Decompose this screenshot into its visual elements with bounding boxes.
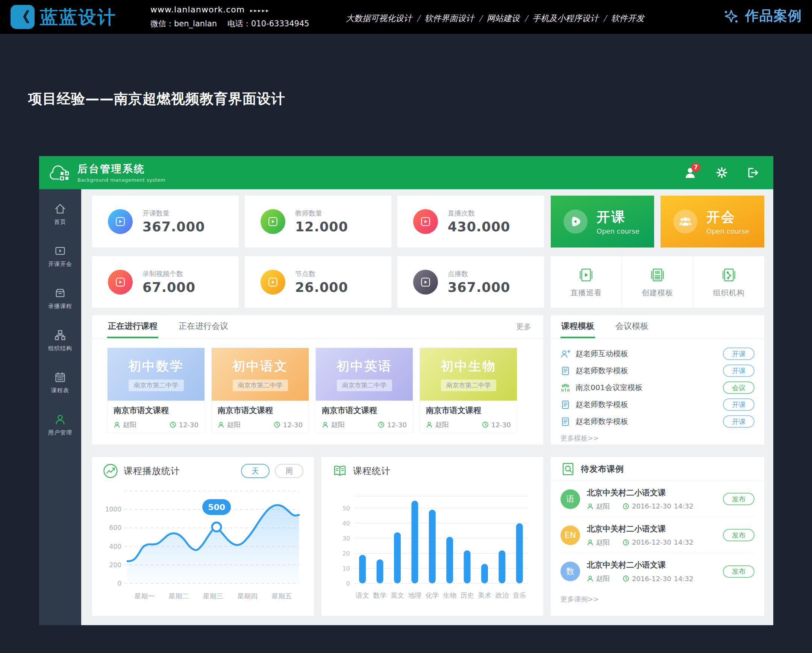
pending-lesson-row: 语 北京中关村二小语文课 赵阳 2016-12-3014:32 发布 bbox=[560, 481, 754, 517]
sidebar: 首页 开课开会 录播课程 组织结构 课程表 bbox=[39, 189, 81, 625]
svg-text:400: 400 bbox=[109, 543, 121, 550]
course-card-english[interactable]: 初中英语 南京市第二中学 南京市语文课程 赵阳 12-30 bbox=[315, 347, 413, 433]
pending-lesson-row: EN 北京中关村二小语文课 赵阳 2016-12-3014:32 发布 bbox=[560, 517, 754, 553]
publish-pill-button[interactable]: 发布 bbox=[723, 529, 754, 541]
create-template-action[interactable]: 创建模板 bbox=[622, 256, 693, 308]
svg-text:500: 500 bbox=[208, 503, 225, 512]
lanlan-logo-icon: 《 bbox=[11, 5, 35, 29]
template-row: 赵老师互动模板 开课 bbox=[560, 345, 754, 362]
person-icon bbox=[113, 421, 120, 428]
svg-text:星期一: 星期一 bbox=[134, 592, 155, 600]
sidebar-item-home[interactable]: 首页 bbox=[39, 197, 81, 240]
org-node-icon bbox=[720, 266, 738, 284]
start-class-pill-button[interactable]: 开课 bbox=[723, 347, 754, 360]
sidebar-item-user-management[interactable]: 用户管理 bbox=[39, 408, 81, 450]
start-class-pill-button[interactable]: 开课 bbox=[723, 398, 754, 411]
video-icon bbox=[54, 245, 66, 257]
archive-icon bbox=[54, 287, 66, 299]
meeting-pill-button[interactable]: 会议 bbox=[723, 381, 754, 394]
site-contacts: 微信：ben_lanlan电话：010-63334945 bbox=[150, 18, 320, 29]
course-card-chinese[interactable]: 初中语文 南京市第二中学 南京市语文课程 赵阳 12-30 bbox=[211, 347, 309, 433]
ongoing-courses-panel: 正在进行课程 正在进行会议 更多 初中数学 南京市第二中学 南京市语文课程 赵阳… bbox=[92, 315, 543, 445]
people-icon bbox=[673, 210, 698, 234]
user-notifications-icon[interactable]: 7 bbox=[684, 165, 698, 180]
notification-badge: 7 bbox=[691, 163, 701, 172]
play-circle-icon bbox=[108, 209, 133, 234]
template-row: 赵老师数学模板 开课 bbox=[560, 362, 754, 379]
svg-text:英文: 英文 bbox=[391, 591, 404, 599]
more-templates-link[interactable]: 更多模板>> bbox=[560, 434, 764, 443]
stat-card-teachers: 教师数量12.000 bbox=[245, 196, 391, 248]
tab-course-templates[interactable]: 课程模板 bbox=[560, 315, 595, 338]
person-icon bbox=[322, 421, 328, 428]
home-icon bbox=[54, 203, 66, 215]
lanlan-logo-text: 蓝蓝设计 bbox=[40, 5, 116, 29]
pending-lesson-row: 数 北京中关村二小语文课 赵阳 2016-12-3014:32 发布 bbox=[560, 553, 754, 589]
publish-pill-button[interactable]: 发布 bbox=[723, 493, 754, 505]
start-class-pill-button[interactable]: 开课 bbox=[723, 415, 754, 428]
nav-item-software-ui[interactable]: 软件界面设计 bbox=[424, 14, 474, 23]
svg-text:0: 0 bbox=[346, 580, 350, 587]
logout-icon[interactable] bbox=[745, 165, 760, 180]
play-circle-icon bbox=[413, 270, 438, 295]
nav-item-mobile[interactable]: 手机及小程序设计 bbox=[532, 14, 598, 23]
meeting-people-icon bbox=[560, 383, 570, 393]
nav-item-dev[interactable]: 软件开发 bbox=[611, 14, 644, 23]
dashboard-main: 开课数量367.000 教师数量12.000 直播次数430.000 开课Ope… bbox=[81, 189, 773, 625]
calendar-icon bbox=[54, 371, 66, 383]
tab-ongoing-meetings[interactable]: 正在进行会议 bbox=[178, 315, 229, 338]
more-courses-link[interactable]: 更多 bbox=[516, 315, 531, 338]
sitemap-icon bbox=[54, 329, 66, 341]
svg-text:星期四: 星期四 bbox=[237, 592, 258, 600]
site-nav: 大数据可视化设计/软件界面设计/网站建设/手机及小程序设计/软件开发 bbox=[346, 13, 644, 24]
svg-text:50: 50 bbox=[342, 505, 350, 512]
sidebar-item-open-class[interactable]: 开课开会 bbox=[39, 240, 81, 282]
toggle-day-button[interactable]: 天 bbox=[241, 464, 270, 478]
sidebar-item-org-structure[interactable]: 组织结构 bbox=[39, 324, 81, 366]
school-badge: 南京市第二中学 bbox=[233, 379, 288, 391]
trend-circle-icon bbox=[102, 463, 118, 479]
svg-text:星期五: 星期五 bbox=[272, 592, 292, 600]
nav-item-bigdata[interactable]: 大数据可视化设计 bbox=[346, 14, 412, 23]
svg-text:历史: 历史 bbox=[461, 591, 474, 599]
play-circle-icon bbox=[261, 270, 285, 295]
open-meeting-button[interactable]: 开会Open course bbox=[661, 196, 764, 248]
cloud-logo-icon bbox=[49, 162, 72, 183]
settings-gear-icon[interactable] bbox=[714, 165, 729, 180]
nav-item-website[interactable]: 网站建设 bbox=[487, 14, 520, 23]
start-class-pill-button[interactable]: 开课 bbox=[723, 364, 754, 377]
live-patrol-action[interactable]: 直播巡看 bbox=[551, 256, 622, 308]
svg-text:600: 600 bbox=[109, 524, 121, 532]
play-circle-icon bbox=[413, 209, 438, 234]
stat-card-vod-plays: 点播数367.000 bbox=[397, 256, 544, 308]
toggle-week-button[interactable]: 周 bbox=[275, 464, 304, 478]
stat-card-open-classes: 开课数量367.000 bbox=[92, 196, 239, 248]
tab-meeting-templates[interactable]: 会议模板 bbox=[615, 315, 649, 338]
play-circle-icon bbox=[261, 209, 285, 234]
tab-ongoing-courses[interactable]: 正在进行课程 bbox=[107, 315, 158, 338]
open-course-button[interactable]: 开课Open course bbox=[551, 196, 654, 248]
course-card-math[interactable]: 初中数学 南京市第二中学 南京市语文课程 赵阳 12-30 bbox=[107, 347, 205, 433]
pending-lessons-panel: 待发布课例 语 北京中关村二小语文课 赵阳 2016-12-3014:32 发布… bbox=[551, 457, 764, 616]
svg-text:30: 30 bbox=[342, 535, 350, 542]
person-icon bbox=[218, 421, 224, 428]
quick-actions-card: 直播巡看 创建模板 组织机构 bbox=[551, 256, 764, 308]
svg-text:政治: 政治 bbox=[495, 591, 508, 599]
svg-text:星期三: 星期三 bbox=[203, 592, 223, 600]
play-circle-icon bbox=[108, 270, 133, 295]
portfolio-cases-link[interactable]: 作品案例 bbox=[722, 7, 802, 25]
organization-action[interactable]: 组织机构 bbox=[693, 256, 764, 308]
dashboard-screenshot: 后台管理系统 Background management system 7 bbox=[39, 156, 773, 625]
clock-icon bbox=[378, 421, 385, 428]
publish-pill-button[interactable]: 发布 bbox=[723, 565, 754, 578]
template-row: 南京001会议室模板 会议 bbox=[560, 379, 754, 396]
templates-panel: 课程模板 会议模板 赵老师互动模板 开课 赵老师数学模板 开课 南京001会议室… bbox=[551, 315, 764, 445]
stat-card-nodes: 节点数26.000 bbox=[245, 256, 391, 308]
more-lessons-link[interactable]: 更多课例>> bbox=[560, 595, 764, 604]
course-card-biology[interactable]: 初中生物 南京市第二中学 南京市语文课程 赵阳 12-30 bbox=[420, 347, 517, 433]
clock-icon bbox=[482, 421, 489, 428]
svg-text:10: 10 bbox=[342, 565, 350, 572]
sidebar-item-schedule[interactable]: 课程表 bbox=[39, 366, 81, 408]
live-play-doc-icon bbox=[577, 266, 595, 284]
sidebar-item-recorded-courses[interactable]: 录播课程 bbox=[39, 282, 81, 324]
